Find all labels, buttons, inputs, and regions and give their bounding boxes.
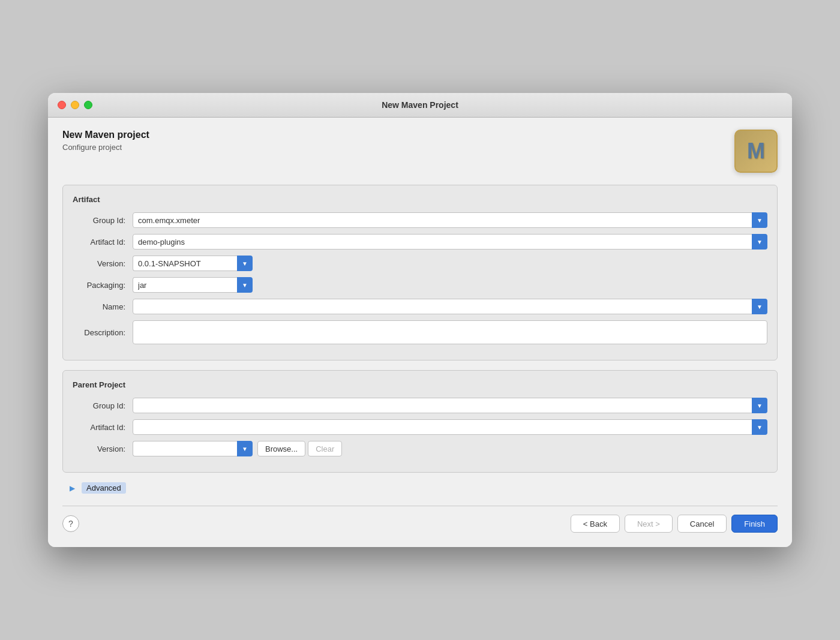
window-title: New Maven Project <box>382 100 458 110</box>
artifact-id-label: Artifact Id: <box>73 238 133 247</box>
advanced-row: ▶ Advanced <box>62 482 778 494</box>
group-id-dropdown-button[interactable]: ▼ <box>752 212 767 228</box>
name-label: Name: <box>73 302 133 311</box>
advanced-toggle-icon[interactable]: ▶ <box>67 483 77 493</box>
button-bar: ? < Back Next > Cancel Finish <box>62 506 778 535</box>
group-id-row: Group Id: ▼ <box>73 212 767 228</box>
name-row: Name: ▼ <box>73 299 767 314</box>
content-area: New Maven project Configure project Arti… <box>48 118 792 547</box>
packaging-select-wrapper: jar war pom ▼ <box>133 277 253 293</box>
parent-section: Parent Project Group Id: ▼ Artifact Id: … <box>62 370 778 473</box>
parent-group-id-dropdown-button[interactable]: ▼ <box>752 398 767 413</box>
parent-group-id-row: Group Id: ▼ <box>73 398 767 413</box>
clear-button[interactable]: Clear <box>308 441 342 456</box>
name-input[interactable] <box>133 299 767 314</box>
browse-button[interactable]: Browse... <box>257 441 305 456</box>
parent-section-title: Parent Project <box>73 380 767 389</box>
name-dropdown-button[interactable]: ▼ <box>752 299 767 314</box>
packaging-row: Packaging: jar war pom ▼ <box>73 277 767 293</box>
header-text: New Maven project Configure project <box>62 130 149 152</box>
artifact-section: Artifact Group Id: ▼ Artifact Id: ▼ Ver <box>62 185 778 360</box>
artifact-section-title: Artifact <box>73 195 767 204</box>
maximize-button[interactable] <box>84 101 92 109</box>
packaging-label: Packaging: <box>73 281 133 290</box>
version-label: Version: <box>73 259 133 268</box>
artifact-id-field-wrapper: ▼ <box>133 234 767 250</box>
version-row: Version: 0.0.1-SNAPSHOT ▼ <box>73 256 767 271</box>
description-input[interactable] <box>133 320 767 344</box>
packaging-dropdown-button[interactable]: ▼ <box>237 277 253 293</box>
parent-artifact-id-dropdown-button[interactable]: ▼ <box>752 419 767 435</box>
parent-version-select-wrapper: ▼ <box>133 441 253 456</box>
help-button[interactable]: ? <box>62 515 79 532</box>
traffic-lights <box>58 101 92 109</box>
version-select[interactable]: 0.0.1-SNAPSHOT <box>133 256 237 271</box>
group-id-field-wrapper: ▼ <box>133 212 767 228</box>
minimize-button[interactable] <box>71 101 79 109</box>
group-id-input[interactable] <box>133 212 767 228</box>
parent-version-label: Version: <box>73 444 133 453</box>
packaging-select[interactable]: jar war pom <box>133 277 237 293</box>
finish-button[interactable]: Finish <box>731 515 778 533</box>
project-subtitle: Configure project <box>62 143 149 152</box>
version-dropdown-button[interactable]: ▼ <box>237 256 253 271</box>
nav-buttons: < Back Next > Cancel Finish <box>571 515 778 533</box>
maven-icon <box>734 130 778 173</box>
parent-version-dropdown-button[interactable]: ▼ <box>237 441 253 456</box>
parent-artifact-id-input[interactable] <box>133 419 767 435</box>
header-row: New Maven project Configure project <box>62 130 778 173</box>
parent-group-id-wrapper: ▼ <box>133 398 767 413</box>
group-id-label: Group Id: <box>73 216 133 225</box>
artifact-id-row: Artifact Id: ▼ <box>73 234 767 250</box>
back-button[interactable]: < Back <box>571 515 620 533</box>
parent-artifact-id-label: Artifact Id: <box>73 423 133 432</box>
parent-version-row: Version: ▼ Browse... Clear <box>73 441 767 456</box>
title-bar: New Maven Project <box>48 93 792 118</box>
artifact-id-dropdown-button[interactable]: ▼ <box>752 234 767 250</box>
advanced-label[interactable]: Advanced <box>82 482 126 494</box>
project-title: New Maven project <box>62 130 149 140</box>
parent-group-id-input[interactable] <box>133 398 767 413</box>
main-window: New Maven Project New Maven project Conf… <box>48 93 792 547</box>
name-field-wrapper: ▼ <box>133 299 767 314</box>
version-select-wrapper: 0.0.1-SNAPSHOT ▼ <box>133 256 253 271</box>
cancel-button[interactable]: Cancel <box>677 515 727 533</box>
parent-version-select[interactable] <box>133 441 237 456</box>
description-label: Description: <box>73 328 133 337</box>
parent-group-id-label: Group Id: <box>73 401 133 410</box>
description-row: Description: <box>73 320 767 344</box>
parent-artifact-id-wrapper: ▼ <box>133 419 767 435</box>
next-button[interactable]: Next > <box>625 515 673 533</box>
parent-artifact-id-row: Artifact Id: ▼ <box>73 419 767 435</box>
close-button[interactable] <box>58 101 66 109</box>
artifact-id-input[interactable] <box>133 234 767 250</box>
